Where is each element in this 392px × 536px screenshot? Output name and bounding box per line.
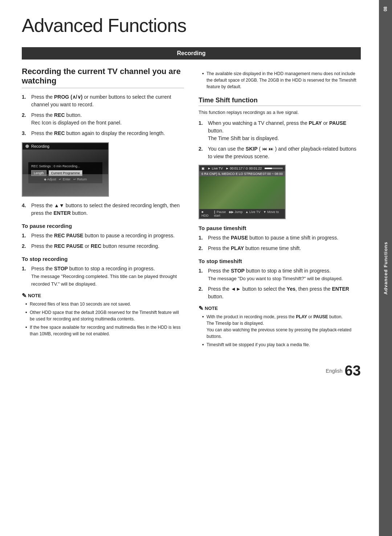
timeshift-steps: 1. When you watching a TV channel, press… xyxy=(199,119,361,160)
steps-list: 1. Press the PROG (∧/∨) or number button… xyxy=(22,93,184,137)
ts-live-tv: ► Live TV xyxy=(208,167,223,170)
two-column-layout: Recording the current TV channel you are… xyxy=(22,67,361,379)
footer-page: 63 xyxy=(345,363,361,379)
pause-step-1-content: Press the REC PAUSE button to pause a re… xyxy=(31,232,184,240)
ts-step-2-num: 2. xyxy=(199,145,205,160)
ts-step-1: 1. When you watching a TV channel, press… xyxy=(199,119,361,142)
ts-note-title: ✎ NOTE xyxy=(199,305,361,312)
overlay-title-row: REC Settings : 0 min Recording... xyxy=(31,164,99,168)
top-note-item: The available size displayed in the HDD … xyxy=(202,70,361,90)
ts-controls: ‖ Pause ◆▶ Jump ▲ Live TV ▼ Move to star… xyxy=(214,210,283,217)
stop-recording-title: To stop recording xyxy=(22,256,184,262)
top-note: The available size displayed in the HDD … xyxy=(199,70,361,90)
step-2-content: Press the REC button.Rec Icon is display… xyxy=(31,111,184,127)
pts-step-1: 1. Press the PAUSE button to pause a tim… xyxy=(199,234,361,242)
overlay-title: REC Settings : 0 min Recording... xyxy=(31,164,80,168)
ts-step-1-content: When you watching a TV channel, press th… xyxy=(208,119,361,142)
note-item-1: Recored files of less than 10 seconds ar… xyxy=(25,301,184,307)
sts-step-1-content: Press the STOP button to stop a time shi… xyxy=(208,267,361,282)
pause-timeshift-title: To pause timeshift xyxy=(199,225,361,231)
page-title: Advanced Functions xyxy=(22,15,361,36)
step-4-list: 4. Press the ▲▼ buttons to select the de… xyxy=(22,202,184,217)
note-label: NOTE xyxy=(28,293,41,298)
ts-note-list: With the product in recording mode, pres… xyxy=(199,314,361,348)
ts-hdd: ■ HDD xyxy=(201,210,211,217)
stop-step-1-num: 1. xyxy=(22,265,28,288)
step-1-num: 1. xyxy=(22,93,28,109)
step-4-num: 4. xyxy=(22,202,28,217)
ts-note-label: NOTE xyxy=(205,306,218,311)
ts-time-range: 07:00 ~ 08:00 xyxy=(263,172,283,176)
pts-step-2: 2. Press the PLAY button resume time shi… xyxy=(199,245,361,252)
pts-step-2-num: 2. xyxy=(199,245,205,252)
pause-step-2-content: Press the REC PAUSE or REC button resume… xyxy=(31,242,184,250)
recording-screen: Recording REC Settings : 0 min Recording… xyxy=(22,142,109,197)
left-column: Recording the current TV channel you are… xyxy=(22,67,184,379)
ts-top-bar: ▣ ► Live TV ► 00:01:17 / ⊙ 00:01:22 xyxy=(199,165,285,171)
top-note-list: The available size displayed in the HDD … xyxy=(199,70,361,90)
stop-timeshift-list: 1. Press the STOP button to stop a time … xyxy=(199,267,361,300)
stop-step-1: 1. Press the STOP button to stop a recor… xyxy=(22,265,184,288)
recording-header: Recording xyxy=(22,47,361,60)
step-2-num: 2. xyxy=(22,111,28,127)
step-1: 1. Press the PROG (∧/∨) or number button… xyxy=(22,93,184,109)
pause-step-1: 1. Press the REC PAUSE button to pause a… xyxy=(22,232,184,240)
timeshift-intro: This function replays recordings as a li… xyxy=(199,110,361,115)
step-4-content: Press the ▲▼ buttons to select the desir… xyxy=(31,202,184,217)
page-footer: English 63 xyxy=(199,359,361,379)
sts-step-1-num: 1. xyxy=(199,267,205,282)
pause-recording-title: To pause recording xyxy=(22,223,184,229)
right-column: The available size displayed in the HDD … xyxy=(199,67,361,379)
ts-time: ► 00:01:17 / ⊙ 00:01:22 xyxy=(226,167,262,170)
timeshift-note: ✎ NOTE With the product in recording mod… xyxy=(199,305,361,348)
pts-step-1-content: Press the PAUSE button to pause a time s… xyxy=(208,234,361,242)
stop-step-1-content: Press the STOP button to stop a recordin… xyxy=(31,265,184,288)
ts-step-2: 2. You can use the SKIP ( ⏮ ⏭ ) and othe… xyxy=(199,145,361,160)
note-list: Recored files of less than 10 seconds ar… xyxy=(22,301,184,337)
sts-step-2: 2. Press the ◄► button to select the Yes… xyxy=(199,285,361,300)
step-3: 3. Press the REC button again to display… xyxy=(22,130,184,137)
pause-step-1-num: 1. xyxy=(22,232,28,240)
sts-step-2-content: Press the ◄► button to select the Yes, t… xyxy=(208,285,361,300)
ts-channel-bar: 6 R4 CNP) IL MEDICO E LO STREGONE 07:00 … xyxy=(199,171,285,176)
sts-step-2-num: 2. xyxy=(199,285,205,300)
sts-step-1: 1. Press the STOP button to stop a time … xyxy=(199,267,361,282)
ts-channel-name: 6 R4 CNP) IL MEDICO E LO STREGONE xyxy=(201,172,262,176)
pts-step-2-content: Press the PLAY button resume time shift. xyxy=(208,245,361,252)
rec-dot xyxy=(25,144,29,148)
ts-step-2-content: You can use the SKIP ( ⏮ ⏭ ) and other p… xyxy=(208,145,361,160)
ts-bottom-bar: ■ HDD ‖ Pause ◆▶ Jump ▲ Live TV ▼ Move t… xyxy=(199,209,285,218)
recording-section-title: Recording the current TV channel you are… xyxy=(22,67,184,88)
ts-note-item-1: With the product in recording mode, pres… xyxy=(202,314,361,340)
timeshift-screen: ▣ ► Live TV ► 00:01:17 / ⊙ 00:01:22 6 R4… xyxy=(199,165,286,219)
page-container: Advanced Functions Recording Recording t… xyxy=(0,0,392,536)
stop-timeshift-title: To stop timeshift xyxy=(199,258,361,264)
footer-lang: English xyxy=(326,368,343,374)
stop-recording-list: 1. Press the STOP button to stop a recor… xyxy=(22,265,184,288)
pause-recording-list: 1. Press the REC PAUSE button to pause a… xyxy=(22,232,184,250)
ts-progress-fill xyxy=(265,168,272,169)
note-item-3: If the free space available for recordin… xyxy=(25,324,184,337)
screen-top-bar: Recording xyxy=(23,143,108,150)
bear-background xyxy=(23,174,108,196)
screen-top-label: Recording xyxy=(31,144,49,148)
pts-step-1-num: 1. xyxy=(199,234,205,242)
main-content: Advanced Functions Recording Recording t… xyxy=(0,0,379,536)
pause-timeshift-list: 1. Press the PAUSE button to pause a tim… xyxy=(199,234,361,252)
ts-note-icon: ✎ xyxy=(199,305,203,312)
step-3-content: Press the REC button again to display th… xyxy=(31,130,184,137)
step-1-content: Press the PROG (∧/∨) or number buttons t… xyxy=(31,93,184,109)
ts-image-area xyxy=(199,176,285,209)
side-tab: Advanced Functions 08 xyxy=(379,0,392,536)
step-2: 2. Press the REC button.Rec Icon is disp… xyxy=(22,111,184,127)
side-tab-number: 08 xyxy=(383,7,388,11)
step-4: 4. Press the ▲▼ buttons to select the de… xyxy=(22,202,184,217)
side-tab-label: Advanced Functions xyxy=(383,242,388,295)
step-3-num: 3. xyxy=(22,130,28,137)
ts-progress-bar xyxy=(265,168,283,169)
note-icon: ✎ xyxy=(22,292,26,299)
recording-note: ✎ NOTE Recored files of less than 10 sec… xyxy=(22,292,184,337)
note-title: ✎ NOTE xyxy=(22,292,184,299)
ts-note-item-2: Timeshift will be stopped if you play ba… xyxy=(202,341,361,348)
ts-icon: ▣ xyxy=(201,167,205,170)
